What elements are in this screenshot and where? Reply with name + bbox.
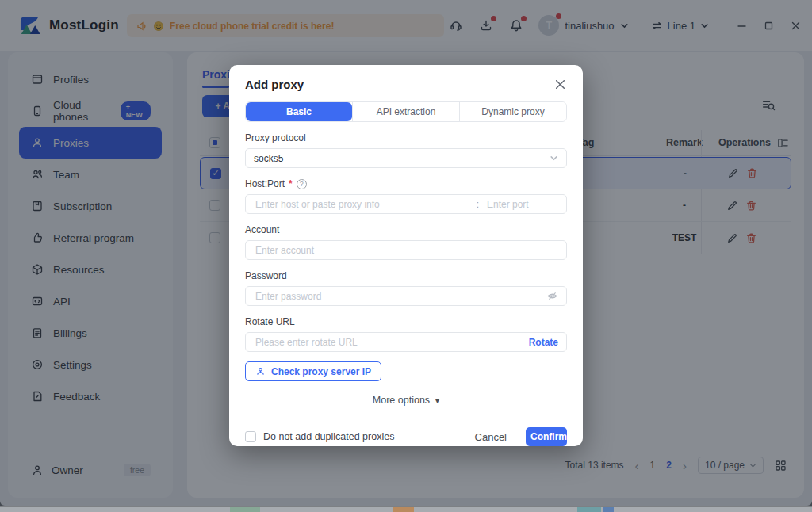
password-field: [245, 286, 567, 306]
confirm-button[interactable]: Confirm: [526, 427, 567, 446]
tab-basic[interactable]: Basic: [246, 102, 352, 121]
taskbar-segment: [393, 507, 414, 512]
proxy-protocol-value: socks5: [254, 153, 283, 164]
password-input[interactable]: [254, 290, 540, 303]
check-proxy-ip-button[interactable]: Check proxy server IP: [245, 361, 381, 381]
account-field: [245, 240, 567, 260]
host-port-label: Host:Port * ?: [245, 178, 567, 189]
account-input[interactable]: [254, 244, 558, 257]
port-input[interactable]: [485, 198, 558, 211]
caret-down-icon: ▾: [435, 396, 439, 405]
password-label: Password: [245, 270, 567, 281]
rotate-url-label: Rotate URL: [245, 316, 567, 327]
dedupe-checkbox[interactable]: [245, 431, 256, 442]
dedupe-label: Do not add duplicated proxies: [263, 431, 394, 442]
help-icon[interactable]: ?: [297, 179, 307, 189]
rotate-action[interactable]: Rotate: [529, 337, 558, 348]
account-label: Account: [245, 224, 567, 235]
taskbar-segment: [230, 507, 260, 512]
cancel-button[interactable]: Cancel: [470, 430, 511, 444]
more-options-toggle[interactable]: More options ▾: [245, 395, 567, 406]
rotate-url-field: Rotate: [245, 332, 567, 352]
port-separator: :: [477, 199, 479, 210]
eye-off-icon[interactable]: [546, 290, 558, 302]
desktop-strip: [0, 506, 812, 512]
host-input[interactable]: [254, 198, 470, 211]
required-mark: *: [289, 178, 293, 189]
modal-title: Add proxy: [245, 78, 304, 91]
modal-tabs: Basic API extraction Dynamic proxy: [245, 101, 567, 122]
more-options-label: More options: [373, 395, 430, 406]
screen: MostLogin Free cloud phone trial: [0, 0, 812, 512]
close-icon[interactable]: [554, 78, 567, 91]
taskbar-segment: [577, 507, 601, 512]
add-proxy-modal: Add proxy Basic API extraction Dynamic p…: [229, 65, 583, 446]
rotate-url-input[interactable]: [254, 336, 523, 349]
proxy-protocol-label: Proxy protocol: [245, 132, 567, 143]
modal-footer: Do not add duplicated proxies Cancel Con…: [245, 427, 567, 446]
tab-dynamic-proxy[interactable]: Dynamic proxy: [459, 102, 566, 121]
taskbar-segment: [603, 507, 614, 512]
tab-api-extraction[interactable]: API extraction: [352, 102, 459, 121]
proxy-check-icon: [255, 366, 266, 376]
chevron-down-icon: [550, 154, 558, 162]
proxy-protocol-select[interactable]: socks5: [245, 148, 567, 168]
host-port-field: :: [245, 194, 567, 214]
check-proxy-ip-label: Check proxy server IP: [271, 366, 371, 377]
dedupe-option: Do not add duplicated proxies: [245, 431, 470, 442]
